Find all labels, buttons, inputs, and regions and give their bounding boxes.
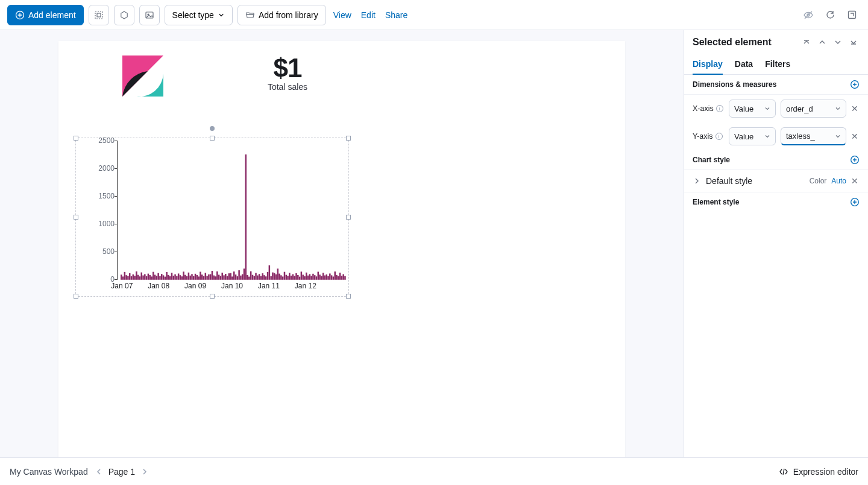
y-axis-field-select[interactable]: taxless_ <box>781 127 846 145</box>
svg-rect-1 <box>95 11 102 19</box>
resize-handle-e[interactable] <box>346 215 351 220</box>
resize-handle-n[interactable] <box>210 136 215 141</box>
add-dimension-button[interactable] <box>850 80 860 89</box>
svg-rect-24 <box>146 276 148 280</box>
svg-rect-9 <box>121 274 122 279</box>
default-style-label: Default style <box>706 176 805 186</box>
style-clear[interactable]: ✕ <box>851 176 860 186</box>
svg-rect-33 <box>161 274 163 280</box>
tab-filters[interactable]: Filters <box>765 54 790 74</box>
refresh-icon <box>825 10 835 20</box>
move-up-icon[interactable] <box>816 36 828 48</box>
svg-rect-110 <box>291 276 292 280</box>
svg-rect-107 <box>286 275 288 280</box>
svg-rect-131 <box>326 274 327 280</box>
resize-handle-w[interactable] <box>74 215 78 220</box>
metric-label: Total sales <box>227 82 348 92</box>
add-element-button[interactable]: Add element <box>7 5 84 25</box>
edit-link[interactable]: Edit <box>359 10 378 20</box>
svg-rect-17 <box>134 276 136 280</box>
x-axis-field-select[interactable]: order_d <box>781 100 846 118</box>
svg-rect-7 <box>848 11 855 19</box>
hide-icon-button[interactable] <box>799 5 817 25</box>
tab-display[interactable]: Display <box>693 54 723 75</box>
metric-value: $1 <box>227 53 348 83</box>
next-page-button[interactable] <box>141 468 148 475</box>
refresh-icon-button[interactable] <box>821 5 839 25</box>
select-type-button[interactable]: Select type <box>165 5 233 25</box>
move-bottom-icon[interactable] <box>848 36 860 48</box>
y-tick-label: 2000 <box>98 164 115 173</box>
page-label[interactable]: Page 1 <box>108 467 135 477</box>
svg-rect-93 <box>262 273 263 280</box>
add-element-style-button[interactable] <box>850 197 860 207</box>
move-down-icon[interactable] <box>832 36 844 48</box>
svg-rect-116 <box>301 271 303 279</box>
svg-rect-75 <box>231 276 233 279</box>
svg-rect-103 <box>278 274 280 280</box>
svg-rect-120 <box>307 276 309 280</box>
group-icon-button[interactable] <box>89 5 109 25</box>
image-icon-button[interactable] <box>139 5 160 25</box>
tab-data[interactable]: Data <box>735 54 753 74</box>
section-dimensions: Dimensions & measures <box>684 75 868 95</box>
resize-handle-s[interactable] <box>210 294 215 299</box>
resize-handle-sw[interactable] <box>74 294 78 299</box>
svg-rect-81 <box>242 274 244 280</box>
expression-editor-button[interactable]: Expression editor <box>779 467 858 477</box>
color-value[interactable]: Auto <box>831 177 846 185</box>
svg-rect-51 <box>191 274 193 279</box>
workpad-name[interactable]: My Canvas Workpad <box>10 467 88 477</box>
metric-element[interactable]: $1 Total sales <box>227 53 348 92</box>
svg-rect-41 <box>174 274 176 280</box>
svg-rect-49 <box>188 273 190 280</box>
resize-handle-nw[interactable] <box>74 136 78 141</box>
resize-handle-se[interactable] <box>346 294 351 299</box>
svg-rect-12 <box>125 275 127 280</box>
prev-page-button[interactable] <box>95 468 102 475</box>
view-link[interactable]: View <box>331 10 354 20</box>
y-axis-label: Y-axis i <box>693 132 724 141</box>
svg-rect-135 <box>333 276 335 279</box>
svg-rect-90 <box>257 276 259 280</box>
add-from-library-button[interactable]: Add from library <box>237 5 326 25</box>
svg-rect-132 <box>327 276 329 279</box>
x-axis-agg-select[interactable]: Value <box>729 100 776 118</box>
info-icon[interactable]: i <box>716 105 723 112</box>
x-axis-clear[interactable]: ✕ <box>851 104 860 113</box>
svg-rect-117 <box>302 274 304 279</box>
svg-rect-73 <box>228 273 230 280</box>
svg-rect-32 <box>159 276 161 279</box>
y-axis-agg-select[interactable]: Value <box>729 127 776 145</box>
share-link[interactable]: Share <box>383 10 410 20</box>
svg-rect-134 <box>331 275 333 279</box>
svg-rect-101 <box>275 274 277 280</box>
svg-rect-95 <box>265 276 267 280</box>
fullscreen-icon-button[interactable] <box>843 5 861 25</box>
chevron-right-icon <box>693 177 701 185</box>
logo-image[interactable] <box>119 52 167 100</box>
move-top-icon[interactable] <box>800 36 813 48</box>
svg-rect-43 <box>178 273 180 279</box>
rotate-handle[interactable] <box>210 126 215 131</box>
y-axis-clear[interactable]: ✕ <box>851 132 860 141</box>
selected-chart-element[interactable]: 05001000150020002500 Jan 07Jan 08Jan 09J… <box>75 138 349 297</box>
svg-rect-139 <box>339 273 341 280</box>
svg-rect-52 <box>193 276 195 279</box>
svg-rect-67 <box>218 274 220 279</box>
add-chart-style-button[interactable] <box>850 155 860 165</box>
shape-icon-button[interactable] <box>114 5 134 25</box>
x-axis-label: X-axis i <box>693 104 724 113</box>
svg-rect-53 <box>195 274 197 280</box>
info-icon[interactable]: i <box>715 133 723 140</box>
canvas-area[interactable]: $1 Total sales 05001000150020002500 <box>0 30 684 457</box>
resize-handle-ne[interactable] <box>346 136 351 141</box>
default-style-row[interactable]: Default style Color Auto ✕ <box>684 170 868 192</box>
svg-rect-128 <box>321 276 322 280</box>
svg-rect-137 <box>336 275 338 280</box>
svg-rect-76 <box>233 271 235 280</box>
svg-rect-11 <box>124 272 126 280</box>
workpad-page[interactable]: $1 Total sales 05001000150020002500 <box>58 41 625 457</box>
svg-rect-68 <box>220 276 222 279</box>
svg-rect-106 <box>284 272 286 280</box>
